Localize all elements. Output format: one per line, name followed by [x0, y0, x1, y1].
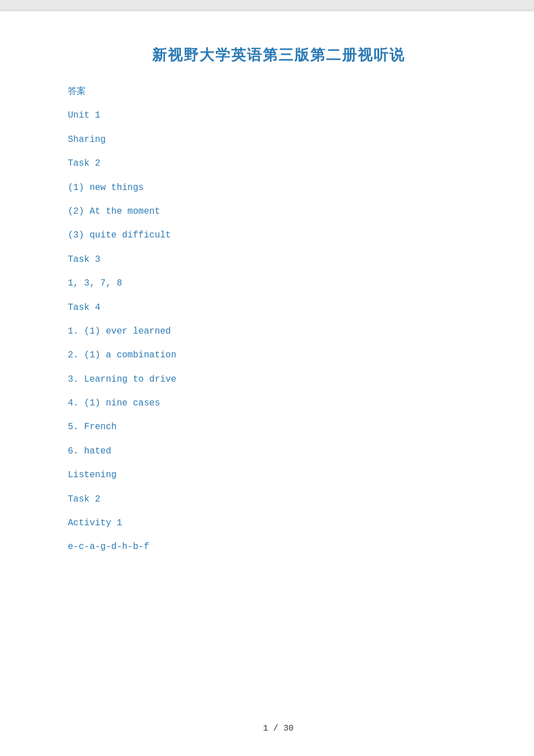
- sharing-label: Sharing: [68, 133, 489, 146]
- task3-label: Task 3: [68, 253, 489, 266]
- activity1-answer: e-c-a-g-d-h-b-f: [68, 541, 489, 553]
- task4-item5: 5. French: [68, 421, 489, 433]
- task4-item2: 2. (1) a combination: [68, 349, 489, 361]
- item3: (3) quite difficult: [68, 229, 489, 241]
- task4-item3: 3. Learning to drive: [68, 373, 489, 386]
- task4-item6: 6. hated: [68, 445, 489, 457]
- listening-label: Listening: [68, 469, 489, 481]
- task2-listening: Task 2: [68, 493, 489, 506]
- item2: (2) At the moment: [68, 205, 489, 218]
- task4-item4: 4. (1) nine cases: [68, 397, 489, 409]
- content-area: 答案Unit 1SharingTask 2(1) new things(2) A…: [68, 85, 489, 701]
- page-footer: 1 / 30: [68, 724, 489, 733]
- page-title: 新视野大学英语第三版第二册视听说: [68, 45, 489, 65]
- unit1-label: Unit 1: [68, 109, 489, 122]
- task3-answer: 1, 3, 7, 8: [68, 277, 489, 290]
- page-container: 新视野大学英语第三版第二册视听说 答案Unit 1SharingTask 2(1…: [0, 11, 534, 756]
- activity1-label: Activity 1: [68, 517, 489, 529]
- task2-label: Task 2: [68, 157, 489, 170]
- task4-item1: 1. (1) ever learned: [68, 325, 489, 338]
- task4-label: Task 4: [68, 301, 489, 314]
- item1: (1) new things: [68, 182, 489, 194]
- answers-label: 答案: [68, 85, 489, 98]
